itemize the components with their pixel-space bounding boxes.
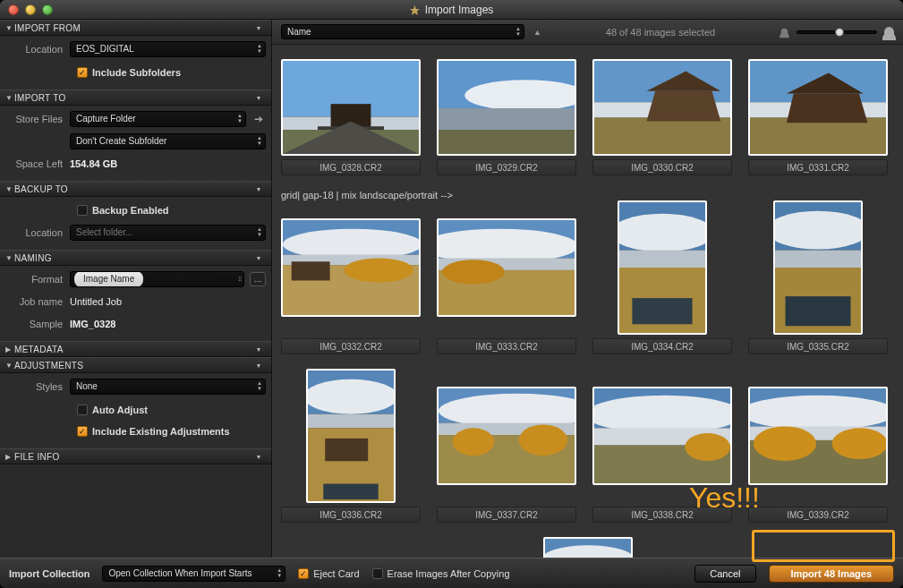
section-menu-icon[interactable]: ▾ xyxy=(257,362,266,370)
space-left-value: 154.84 GB xyxy=(70,158,117,169)
styles-dropdown[interactable]: None ▲▼ xyxy=(70,379,266,395)
cancel-button[interactable]: Cancel xyxy=(694,565,755,583)
format-field[interactable]: Image Name xyxy=(70,271,244,287)
section-menu-icon[interactable]: ▾ xyxy=(257,185,266,193)
section-header-file-info[interactable]: ▶ FILE INFO ▾ xyxy=(0,448,271,464)
section-header-import-to[interactable]: ▼ IMPORT TO ▾ xyxy=(0,89,271,106)
thumbnail-size-slider[interactable] xyxy=(797,30,877,34)
svg-point-51 xyxy=(519,424,568,456)
zoom-window-button[interactable] xyxy=(42,4,53,15)
svg-point-53 xyxy=(594,396,730,433)
selection-status: 48 of 48 images selected xyxy=(550,27,771,38)
thumbnail[interactable] xyxy=(748,59,888,156)
thumbnail-filename[interactable]: IMG_0328.CR2 xyxy=(281,159,421,175)
minimize-window-button[interactable] xyxy=(25,4,36,15)
import-collection-dropdown[interactable]: Open Collection When Import Starts ▲▼ xyxy=(102,566,285,582)
section-menu-icon[interactable]: ▾ xyxy=(257,254,266,262)
thumbnail-filename[interactable]: IMG_0338.CR2 xyxy=(592,507,732,523)
backup-enabled-label: Backup Enabled xyxy=(92,205,169,216)
job-name-value[interactable]: Untitled Job xyxy=(70,296,122,307)
subfolder-dropdown[interactable]: Don't Create Subfolder ▲▼ xyxy=(70,133,266,149)
include-subfolders-checkbox[interactable]: ✓ xyxy=(77,67,88,78)
backup-enabled-checkbox[interactable] xyxy=(77,205,88,216)
disclosure-triangle-icon: ▼ xyxy=(5,254,14,262)
thumbnail-filename[interactable]: IMG_0331.CR2 xyxy=(748,159,888,175)
section-header-backup-to[interactable]: ▼ BACKUP TO ▾ xyxy=(0,181,271,197)
svg-point-29 xyxy=(442,260,505,284)
sample-value: IMG_0328 xyxy=(70,319,115,329)
thumbnail-filename[interactable]: IMG_0330.CR2 xyxy=(592,159,732,175)
import-collection-label: Import Collection xyxy=(9,568,89,579)
store-files-label: Store Files xyxy=(5,114,70,124)
format-presets-button[interactable]: … xyxy=(250,272,266,286)
svg-rect-24 xyxy=(292,261,330,280)
thumbnail-grid[interactable]: IMG_0328.CR2 IMG_0329.CR2 IMG_0330.CR2 I… xyxy=(272,45,903,558)
erase-after-copy-checkbox[interactable] xyxy=(372,568,383,579)
import-button[interactable]: Import 48 Images xyxy=(769,565,894,583)
svg-point-58 xyxy=(750,396,886,430)
close-window-button[interactable] xyxy=(8,4,19,15)
thumbnail[interactable] xyxy=(618,200,707,335)
thumbnail[interactable] xyxy=(437,387,576,485)
footer: Import Collection Open Collection When I… xyxy=(0,558,903,588)
import-images-window: Import Images ▼ IMPORT FROM ▾ Location E… xyxy=(0,0,903,588)
store-files-dropdown[interactable]: Capture Folder ▲▼ xyxy=(70,111,246,127)
section-header-adjustments[interactable]: ▼ ADJUSTMENTS ▾ xyxy=(0,357,271,373)
thumbnail[interactable] xyxy=(437,218,576,317)
include-existing-adjustments-label: Include Existing Adjustments xyxy=(92,426,230,437)
location-dropdown[interactable]: EOS_DIGITAL ▲▼ xyxy=(70,41,266,57)
backup-location-dropdown[interactable]: Select folder... ▲▼ xyxy=(70,225,266,241)
thumbnail[interactable] xyxy=(281,218,421,317)
svg-rect-16 xyxy=(750,118,886,154)
thumbnail-filename[interactable]: IMG_0329.CR2 xyxy=(437,159,576,175)
section-header-import-from[interactable]: ▼ IMPORT FROM ▾ xyxy=(0,20,271,36)
thumbnail[interactable] xyxy=(592,59,732,156)
include-existing-adjustments-checkbox[interactable]: ✓ xyxy=(77,426,88,437)
thumbnail-filename[interactable]: IMG_0335.CR2 xyxy=(748,338,888,354)
thumbnail[interactable] xyxy=(437,59,576,156)
location-label: Location xyxy=(5,44,70,55)
svg-point-56 xyxy=(685,433,730,461)
sort-dropdown[interactable]: Name ▲▼ xyxy=(281,24,524,39)
disclosure-triangle-icon: ▶ xyxy=(5,453,14,461)
thumbnail-filename[interactable]: IMG_0339.CR2 xyxy=(748,507,888,523)
traffic-lights xyxy=(0,4,53,15)
sort-direction-icon[interactable]: ▲ xyxy=(533,28,541,37)
thumbnail[interactable] xyxy=(543,537,633,558)
thumbnail-filename[interactable]: IMG_0336.CR2 xyxy=(281,507,421,523)
eject-card-label: Eject Card xyxy=(313,568,359,579)
thumbnail[interactable] xyxy=(281,59,421,156)
sidebar: ▼ IMPORT FROM ▾ Location EOS_DIGITAL ▲▼ … xyxy=(0,20,272,558)
svg-point-62 xyxy=(832,428,886,459)
thumbnail[interactable] xyxy=(773,200,863,335)
format-token: Image Name xyxy=(74,271,143,287)
section-header-naming[interactable]: ▼ NAMING ▾ xyxy=(0,250,271,266)
section-title: NAMING xyxy=(14,253,52,263)
section-menu-icon[interactable]: ▾ xyxy=(257,94,266,102)
thumbnail[interactable] xyxy=(592,387,732,485)
thumbnail-filename[interactable]: IMG_0334.CR2 xyxy=(592,338,732,354)
disclosure-triangle-icon: ▶ xyxy=(5,345,14,354)
svg-point-31 xyxy=(619,214,705,252)
thumbnail-filename[interactable]: IMG_0332.CR2 xyxy=(281,338,421,354)
section-menu-icon[interactable]: ▾ xyxy=(257,345,266,354)
thumbnail-filename[interactable]: IMG_0333.CR2 xyxy=(437,338,576,354)
thumbnail[interactable] xyxy=(748,387,888,485)
svg-point-26 xyxy=(439,229,575,264)
import-icon xyxy=(410,5,420,15)
section-menu-icon[interactable]: ▾ xyxy=(257,453,266,461)
thumbnail-large-icon[interactable] xyxy=(884,27,894,38)
thumbnail[interactable] xyxy=(306,369,396,503)
thumbnail-small-icon[interactable] xyxy=(781,28,788,35)
eject-card-checkbox[interactable]: ✓ xyxy=(298,568,309,579)
section-menu-icon[interactable]: ▾ xyxy=(257,24,266,32)
svg-rect-39 xyxy=(786,296,851,326)
auto-adjust-label: Auto Adjust xyxy=(92,405,148,415)
auto-adjust-checkbox[interactable] xyxy=(77,405,88,415)
thumbnail-filename[interactable]: IMG_0337.CR2 xyxy=(437,507,576,523)
job-name-label: Job name xyxy=(5,296,70,307)
section-header-metadata[interactable]: ▶ METADATA ▾ xyxy=(0,341,271,357)
section-title: IMPORT FROM xyxy=(14,23,81,33)
reveal-folder-icon[interactable]: ➔ xyxy=(251,113,266,125)
disclosure-triangle-icon: ▼ xyxy=(5,94,14,102)
